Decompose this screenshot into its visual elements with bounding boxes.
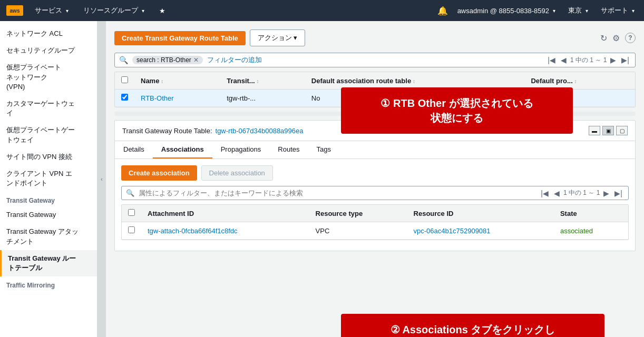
filter-bar: 🔍 search : RTB-Other ✕ フィルターの追加 |◀ ◀ 1 中…	[114, 53, 636, 67]
main-content: ① RTB Other が選択されている 状態にする ② Association…	[106, 21, 644, 337]
actions-chevron-icon: ▾	[294, 34, 297, 42]
filter-tag: search : RTB-Other ✕	[132, 56, 203, 64]
create-transit-gateway-route-table-button[interactable]: Create Transit Gateway Route Table	[114, 31, 246, 45]
view-icon-split[interactable]: ▬	[589, 126, 600, 135]
sidebar-item-transit-gw[interactable]: Transit Gateway	[0, 206, 97, 223]
services-menu[interactable]: サービス	[32, 4, 72, 17]
sidebar-item-vpn[interactable]: 仮想プライベート ネットワーク (VPN)	[0, 59, 97, 95]
row-default-prop: No	[524, 90, 635, 107]
inner-search-icon: 🔍	[126, 189, 134, 197]
sidebar-collapse-button[interactable]: ‹	[97, 21, 106, 337]
inner-search-input[interactable]	[139, 189, 535, 197]
inner-last-page-btn[interactable]: ▶|	[613, 189, 624, 197]
view-icon-grid[interactable]: ▣	[602, 126, 614, 135]
help-icon[interactable]: ?	[625, 33, 636, 43]
favorites-star[interactable]: ★	[156, 5, 169, 17]
filter-tag-remove[interactable]: ✕	[193, 56, 199, 64]
prev-page-btn[interactable]: ◀	[559, 56, 568, 64]
detail-tabs: Details Associations Propagations Routes…	[115, 141, 635, 159]
col-transit[interactable]: Transit...	[220, 72, 305, 90]
aws-logo[interactable]: aws	[6, 5, 23, 16]
associations-tab-content: Create association Delete association 🔍 …	[115, 159, 635, 251]
nav-right: 🔔 awsadmin @ 8855-0838-8592 東京 サポート	[437, 4, 638, 17]
tab-tags[interactable]: Tags	[308, 141, 339, 158]
sidebar-item-transit-gw-attach[interactable]: Transit Gateway アタッ チメント	[0, 223, 97, 250]
assoc-resource-id[interactable]: vpc-06ac4b1c752909081	[407, 222, 554, 240]
assoc-state: associated	[554, 222, 628, 240]
top-pagination: |◀ ◀ 1 中の 1 ～ 1 ▶ ▶|	[546, 56, 631, 65]
assoc-select-all-header	[122, 205, 141, 222]
sidebar-item-transit-gw-route[interactable]: Transit Gateway ルー トテーブル	[0, 250, 97, 276]
tab-propagations[interactable]: Propagations	[212, 141, 270, 158]
search-icon: 🔍	[119, 56, 128, 64]
sidebar-item-vpn-private-gw[interactable]: 仮想プライベートゲー トウェイ	[0, 122, 97, 148]
main-wrapper: ① RTB Other が選択されている 状態にする ② Association…	[114, 29, 636, 251]
add-filter-link[interactable]: フィルターの追加	[207, 55, 262, 65]
support-menu[interactable]: サポート	[598, 4, 638, 17]
col-default-prop[interactable]: Default pro...	[524, 72, 635, 90]
inner-next-page-btn[interactable]: ▶	[602, 189, 611, 197]
detail-header: Transit Gateway Route Table: tgw-rtb-067…	[115, 121, 635, 141]
tab-associations[interactable]: Associations	[153, 141, 212, 158]
row-checkbox-cell	[115, 90, 134, 107]
view-icon-full[interactable]: ▢	[616, 126, 628, 135]
sidebar-item-network-acl[interactable]: ネットワーク ACL	[0, 25, 97, 42]
detail-header-left: Transit Gateway Route Table: tgw-rtb-067…	[122, 127, 304, 135]
col-name[interactable]: Name	[134, 72, 220, 90]
assoc-row-checkbox-cell	[122, 222, 141, 240]
refresh-icon[interactable]: ↻	[600, 33, 607, 43]
table-row[interactable]: RTB-Other tgw-rtb-... No No	[115, 90, 635, 107]
inner-pagination: |◀ ◀ 1 中の 1 ～ 1 ▶ ▶|	[539, 189, 624, 197]
app-layout: ネットワーク ACL セキュリティグループ 仮想プライベート ネットワーク (V…	[0, 21, 644, 337]
sidebar-section-traffic: Traffic Mirroring	[0, 276, 97, 291]
sidebar: ネットワーク ACL セキュリティグループ 仮想プライベート ネットワーク (V…	[0, 21, 97, 337]
detail-title-prefix: Transit Gateway Route Table:	[122, 127, 212, 135]
first-page-btn[interactable]: |◀	[546, 56, 557, 64]
assoc-select-all-checkbox[interactable]	[128, 209, 135, 216]
col-resource-id: Resource ID	[407, 205, 554, 222]
sidebar-item-customer-gw[interactable]: カスタマーゲートウェ イ	[0, 95, 97, 122]
row-transit: tgw-rtb-...	[220, 90, 305, 107]
select-all-header	[115, 72, 134, 90]
col-attachment-id: Attachment ID	[141, 205, 309, 222]
horizontal-scrollbar[interactable]	[114, 112, 636, 116]
toolbar-icons: ↻ ⚙ ?	[600, 33, 636, 43]
resources-menu[interactable]: リソースグループ	[80, 4, 148, 17]
inner-prev-page-btn[interactable]: ◀	[552, 189, 561, 197]
select-all-checkbox[interactable]	[121, 76, 128, 83]
last-page-btn[interactable]: ▶|	[620, 56, 631, 64]
tab-routes[interactable]: Routes	[269, 141, 308, 158]
associations-table-container: Attachment ID Resource type Resource ID …	[121, 204, 629, 240]
delete-association-button: Delete association	[201, 165, 273, 181]
assoc-attachment-id[interactable]: tgw-attach-0fcba66f64f1c8fdc	[141, 222, 309, 240]
assoc-row-checkbox[interactable]	[128, 226, 135, 233]
region-menu[interactable]: 東京	[565, 4, 591, 17]
row-name[interactable]: RTB-Other	[134, 90, 220, 107]
row-checkbox[interactable]	[121, 94, 128, 101]
col-state: State	[554, 205, 628, 222]
detail-panel: Transit Gateway Route Table: tgw-rtb-067…	[114, 120, 636, 251]
assoc-table-row[interactable]: tgw-attach-0fcba66f64f1c8fdc VPC vpc-06a…	[122, 222, 628, 240]
next-page-btn[interactable]: ▶	[609, 56, 618, 64]
main-toolbar: Create Transit Gateway Route Table アクション…	[114, 29, 636, 46]
detail-title-id[interactable]: tgw-rtb-067d34b0088a996ea	[216, 127, 304, 135]
sidebar-item-site-vpn[interactable]: サイト間の VPN 接続	[0, 148, 97, 165]
aws-logo-box: aws	[6, 5, 23, 16]
col-resource-type: Resource type	[309, 205, 407, 222]
top-navigation: aws サービス リソースグループ ★ 🔔 awsadmin @ 8855-08…	[0, 0, 644, 21]
col-default-assoc[interactable]: Default association route table	[305, 72, 525, 90]
assoc-toolbar: Create association Delete association	[121, 165, 629, 181]
settings-icon[interactable]: ⚙	[612, 33, 620, 43]
inner-first-page-btn[interactable]: |◀	[539, 189, 550, 197]
create-association-button[interactable]: Create association	[121, 165, 197, 181]
tab-details[interactable]: Details	[115, 141, 153, 158]
annotation-2: ② Associations タブをクリックし 関連付けされていることを確認	[341, 314, 604, 337]
actions-button[interactable]: アクション ▾	[250, 29, 306, 46]
user-menu[interactable]: awsadmin @ 8855-0838-8592	[454, 5, 559, 17]
sidebar-item-security-groups[interactable]: セキュリティグループ	[0, 42, 97, 59]
inner-filter-bar: 🔍 |◀ ◀ 1 中の 1 ～ 1 ▶ ▶|	[121, 186, 629, 200]
row-default-assoc: No	[305, 90, 525, 107]
sidebar-section-transit: Transit Gateway	[0, 192, 97, 206]
notification-icon[interactable]: 🔔	[437, 6, 448, 16]
sidebar-item-client-vpn[interactable]: クライアント VPN エ ンドポイント	[0, 165, 97, 192]
